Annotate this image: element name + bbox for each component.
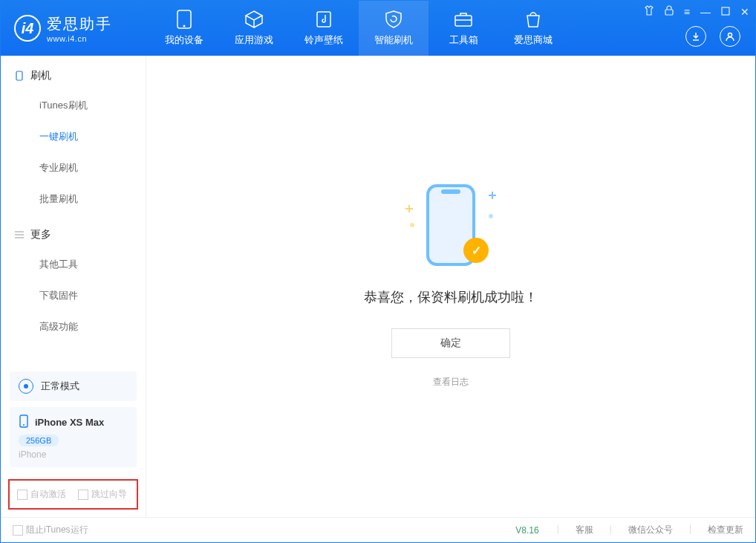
version-label: V8.16 <box>515 525 538 536</box>
sparkle-icon <box>489 192 496 199</box>
sidebar-item-pro-flash[interactable]: 专业刷机 <box>1 152 146 183</box>
sidebar-item-one-key-flash[interactable]: 一键刷机 <box>1 121 146 152</box>
nav-apps-games[interactable]: 应用游戏 <box>219 1 289 56</box>
sidebar-item-advanced[interactable]: 高级功能 <box>1 311 146 342</box>
view-log-link[interactable]: 查看日志 <box>433 376 469 388</box>
shirt-icon[interactable] <box>644 5 654 18</box>
statusbar: 阻止iTunes运行 V8.16 | 客服 | 微信公众号 | 检查更新 <box>1 517 755 542</box>
app-name-en: www.i4.cn <box>47 34 112 43</box>
svg-point-9 <box>23 424 25 426</box>
account-icons <box>685 26 740 47</box>
device-card[interactable]: iPhone XS Max 256GB iPhone <box>10 407 137 467</box>
titlebar: i4 爱思助手 www.i4.cn 我的设备 应用游戏 铃声壁纸 智能刷机 <box>1 1 755 56</box>
list-icon <box>14 230 25 240</box>
main-panel: ✓ 恭喜您，保资料刷机成功啦！ 确定 查看日志 <box>146 56 755 517</box>
svg-rect-7 <box>16 71 22 80</box>
device-type: iPhone <box>19 449 128 460</box>
shield-refresh-icon <box>384 10 403 29</box>
mode-label: 正常模式 <box>41 380 79 393</box>
sidebar-item-itunes-flash[interactable]: iTunes刷机 <box>1 90 146 121</box>
sidebar-group-more: 更多 <box>1 215 146 249</box>
svg-rect-5 <box>722 7 729 15</box>
device-capacity: 256GB <box>19 435 59 446</box>
nav-store[interactable]: 爱思商城 <box>498 1 568 56</box>
nav-my-device[interactable]: 我的设备 <box>149 1 219 56</box>
phone-icon <box>14 71 25 81</box>
link-check-update[interactable]: 检查更新 <box>708 524 743 536</box>
minimize-button[interactable]: — <box>700 6 711 18</box>
link-support[interactable]: 客服 <box>576 524 593 536</box>
close-button[interactable]: ✕ <box>740 6 749 18</box>
sidebar-item-download-firmware[interactable]: 下载固件 <box>1 280 146 311</box>
ok-button[interactable]: 确定 <box>391 328 510 358</box>
bag-icon <box>524 10 543 29</box>
nav-smart-flash[interactable]: 智能刷机 <box>359 1 428 56</box>
success-illustration: ✓ <box>410 184 492 266</box>
sidebar: 刷机 iTunes刷机 一键刷机 专业刷机 批量刷机 更多 其他工具 下载固件 … <box>1 56 146 517</box>
checkbox-auto-activate[interactable]: 自动激活 <box>17 488 66 501</box>
phone-notch <box>441 189 460 194</box>
app-name-cn: 爱思助手 <box>47 14 112 34</box>
download-icon[interactable] <box>685 26 706 47</box>
mode-card[interactable]: 正常模式 <box>10 371 137 401</box>
app-body: 刷机 iTunes刷机 一键刷机 专业刷机 批量刷机 更多 其他工具 下载固件 … <box>1 56 755 517</box>
svg-rect-3 <box>455 16 472 26</box>
device-icon <box>175 10 194 29</box>
app-window: i4 爱思助手 www.i4.cn 我的设备 应用游戏 铃声壁纸 智能刷机 <box>0 0 756 543</box>
checkbox-skip-guide[interactable]: 跳过向导 <box>78 488 127 501</box>
nav-ringtones-wallpapers[interactable]: 铃声壁纸 <box>289 1 359 56</box>
svg-rect-4 <box>665 10 673 15</box>
highlighted-options: 自动激活 跳过向导 <box>8 479 138 510</box>
link-wechat[interactable]: 微信公众号 <box>628 524 673 536</box>
sidebar-item-other-tools[interactable]: 其他工具 <box>1 249 146 280</box>
app-logo: i4 爱思助手 www.i4.cn <box>1 14 149 43</box>
window-controls: ≡ — ✕ <box>644 5 749 18</box>
sparkle-icon <box>405 205 413 212</box>
music-note-icon <box>314 10 333 29</box>
dot-icon <box>489 214 493 218</box>
main-nav: 我的设备 应用游戏 铃声壁纸 智能刷机 工具箱 爱思商城 <box>149 1 568 56</box>
nav-toolbox[interactable]: 工具箱 <box>428 1 498 56</box>
user-icon[interactable] <box>720 26 740 47</box>
success-message: 恭喜您，保资料刷机成功啦！ <box>364 288 538 306</box>
status-links: | 客服 | 微信公众号 | 检查更新 <box>557 524 743 536</box>
device-name: iPhone XS Max <box>35 417 104 428</box>
svg-point-6 <box>729 33 732 37</box>
logo-icon: i4 <box>14 15 41 42</box>
mode-indicator-icon <box>19 379 33 394</box>
lock-icon[interactable] <box>665 5 674 18</box>
cube-icon <box>244 10 264 29</box>
menu-icon[interactable]: ≡ <box>684 6 690 18</box>
maximize-button[interactable] <box>721 6 730 18</box>
check-badge-icon: ✓ <box>463 238 489 263</box>
sidebar-item-batch-flash[interactable]: 批量刷机 <box>1 183 146 215</box>
svg-point-1 <box>183 25 186 27</box>
dot-icon <box>410 223 414 227</box>
toolbox-icon <box>454 10 473 29</box>
device-phone-icon <box>19 414 29 430</box>
checkbox-block-itunes[interactable]: 阻止iTunes运行 <box>13 524 88 536</box>
sidebar-group-flash: 刷机 <box>1 56 146 90</box>
